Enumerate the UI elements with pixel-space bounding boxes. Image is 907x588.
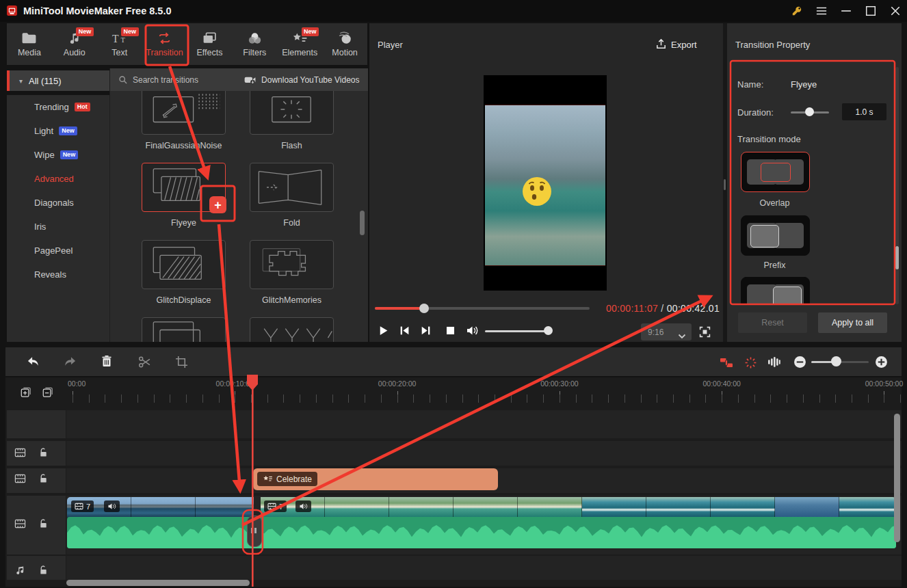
sidebar-item-trending[interactable]: TrendingHot	[7, 95, 109, 119]
mode-label: Prefix	[741, 260, 809, 270]
timeline-horizontal-scrollbar[interactable]	[66, 580, 250, 586]
duration-slider-handle[interactable]	[805, 107, 814, 116]
transition-item-glitchdisplace[interactable]: GlitchDisplace	[142, 240, 226, 317]
transition-item-flyeye[interactable]: +Flyeye	[142, 163, 226, 240]
minimize-icon[interactable]	[841, 5, 852, 16]
seek-handle[interactable]	[419, 304, 429, 313]
search-transitions-input[interactable]: Search transitions	[133, 75, 198, 85]
add-track-icon[interactable]	[20, 387, 31, 398]
transition-icon	[157, 31, 172, 45]
zoom-in-icon[interactable]	[875, 356, 888, 369]
transition-item-finalgaussiannoise[interactable]: FinalGaussianNoise	[142, 91, 226, 163]
video-track-icon	[14, 473, 26, 484]
timeline-zoom-handle[interactable]	[831, 356, 841, 366]
remove-track-icon[interactable]	[42, 387, 53, 398]
track-lane[interactable]	[66, 410, 902, 438]
undo-button[interactable]	[27, 355, 40, 368]
clip-audio-icon	[104, 500, 120, 512]
transition-mode-prefix[interactable]	[741, 215, 810, 256]
close-icon[interactable]	[890, 5, 901, 16]
apply-to-all-button[interactable]: Apply to all	[818, 312, 887, 333]
duration-value[interactable]: 1.0 s	[842, 103, 886, 120]
sidebar-item-pagepeel[interactable]: PagePeel	[7, 239, 109, 263]
video-clip-2[interactable]	[261, 497, 896, 518]
gallery-scrollbar[interactable]	[360, 211, 365, 235]
unlock-icon[interactable]	[39, 447, 48, 458]
fullscreen-icon[interactable]	[699, 326, 711, 338]
reset-button[interactable]: Reset	[738, 312, 807, 333]
transition-item[interactable]	[250, 317, 334, 342]
sidebar-item-wipe[interactable]: WipeNew	[7, 143, 109, 167]
zoom-out-icon[interactable]	[793, 356, 806, 369]
menu-icon[interactable]	[816, 5, 827, 16]
transition-item[interactable]	[142, 317, 226, 342]
split-button[interactable]	[138, 356, 151, 369]
toolbar-item-media[interactable]: Media	[7, 23, 52, 65]
new-badge: New	[59, 126, 77, 135]
track-header	[7, 410, 66, 438]
transition-label: Flyeye	[142, 218, 226, 228]
timeline-transition-indicator[interactable]	[247, 516, 262, 547]
stop-button[interactable]	[445, 325, 456, 336]
timeline-vertical-scrollbar[interactable]	[894, 414, 900, 542]
toolbar-item-effects[interactable]: Effects	[187, 23, 233, 65]
transition-thumbnail	[250, 163, 334, 212]
toolbar-item-text[interactable]: TTTextNew	[97, 23, 142, 65]
aspect-ratio-dropdown[interactable]: 9:16	[641, 323, 692, 340]
clip-audio-icon	[295, 500, 311, 512]
new-badge: New	[302, 27, 319, 36]
transition-label: FinalGaussianNoise	[142, 141, 226, 150]
transition-mode-partial[interactable]	[741, 277, 811, 304]
transition-item-fold[interactable]: Fold	[250, 163, 334, 240]
sidebar-item-diagonals[interactable]: Diagonals	[7, 191, 109, 215]
transition-thumbnail	[250, 91, 334, 135]
waveform-toggle-icon[interactable]	[767, 356, 780, 369]
toolbar-item-transition[interactable]: Transition	[142, 23, 187, 65]
toolbar-item-filters[interactable]: Filters	[232, 23, 277, 65]
download-youtube-videos-button[interactable]: Download YouTube Videos	[261, 75, 359, 85]
transition-item-flash[interactable]: Flash	[250, 91, 334, 163]
export-button[interactable]: Export	[671, 40, 697, 50]
sidebar-item-light[interactable]: LightNew	[7, 119, 109, 143]
previous-frame-button[interactable]	[399, 325, 410, 336]
effect-flash-icon[interactable]	[744, 356, 757, 369]
audio-waveform[interactable]	[67, 517, 896, 548]
add-transition-button[interactable]: +	[209, 196, 226, 213]
transition-mode-label: Transition mode	[737, 134, 801, 144]
sidebar-item-advanced[interactable]: Advanced	[7, 167, 109, 191]
transition-mode-toggle-icon[interactable]	[720, 356, 733, 369]
transition-mode-overlap[interactable]	[741, 152, 810, 192]
track-lane[interactable]	[66, 441, 902, 466]
volume-icon[interactable]	[466, 325, 479, 336]
transition-thumbnail	[250, 317, 334, 342]
sidebar-item-reveals[interactable]: Reveals	[7, 263, 109, 286]
unlock-icon[interactable]	[39, 518, 48, 529]
duration-label: Duration:	[737, 107, 774, 118]
toolbar-item-audio[interactable]: AudioNew	[52, 23, 97, 65]
property-scrollbar[interactable]	[895, 246, 899, 269]
key-icon[interactable]	[791, 5, 802, 16]
delete-button[interactable]	[101, 355, 112, 368]
redo-button[interactable]	[64, 355, 77, 368]
track-lane[interactable]	[66, 556, 902, 580]
sidebar-item-iris[interactable]: Iris	[7, 215, 109, 239]
next-frame-button[interactable]	[420, 325, 432, 336]
volume-handle[interactable]	[544, 326, 553, 335]
toolbar-item-motion[interactable]: Motion	[322, 23, 367, 65]
unlock-icon[interactable]	[39, 565, 48, 576]
sidebar-item-all[interactable]: ▾ All (115)	[7, 70, 109, 91]
motion-icon	[337, 31, 353, 45]
volume-slider[interactable]	[485, 330, 551, 332]
element-clip-celebrate[interactable]: Celebrate	[253, 468, 498, 490]
toolbar-item-elements[interactable]: ElementsNew	[277, 23, 322, 65]
video-clip-1[interactable]	[67, 497, 254, 518]
unlock-icon[interactable]	[39, 473, 48, 484]
property-panel-title: Transition Property	[735, 40, 810, 50]
ruler-label: 00:00	[68, 379, 86, 388]
play-button[interactable]	[378, 325, 389, 336]
transition-item-glitchmemories[interactable]: GlitchMemories	[250, 240, 334, 317]
maximize-icon[interactable]	[865, 5, 876, 16]
current-time: 00:00:11:07	[606, 303, 658, 314]
emoji-sticker[interactable]	[522, 176, 552, 206]
crop-button[interactable]	[175, 356, 188, 369]
